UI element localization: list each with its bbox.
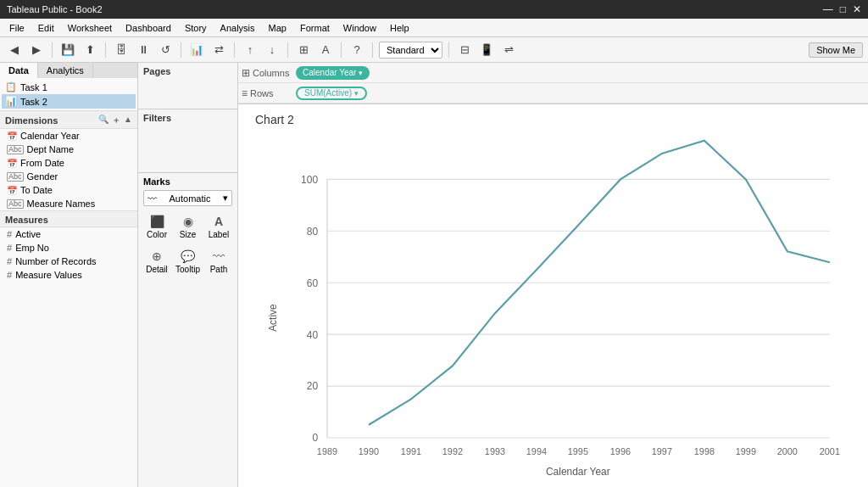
task-item-2[interactable]: 📊 Task 2 <box>2 94 136 109</box>
sep3 <box>181 42 181 58</box>
marks-label-btn[interactable]: A Label <box>205 211 232 243</box>
column-pill-calendaryear[interactable]: Calendar Year ▾ <box>296 66 370 80</box>
show-me-btn[interactable]: Show Me <box>809 42 863 58</box>
window-controls: — □ ✕ <box>823 3 861 15</box>
panel-tabs: Data Analytics <box>0 63 137 78</box>
tab-data[interactable]: Data <box>0 63 38 78</box>
marks-tooltip-btn[interactable]: 💬 Tooltip <box>174 246 202 277</box>
path-icon: 〰 <box>213 249 225 263</box>
rows-shelf: ≡ Rows SUM(Active) ▾ <box>238 83 868 104</box>
forward-btn[interactable]: ▶ <box>27 41 46 59</box>
menu-item-window[interactable]: Window <box>337 21 382 35</box>
app-title: Tableau Public - Book2 <box>7 4 103 14</box>
toolbar: ◀ ▶ 💾 ⬆ 🗄 ⏸ ↺ 📊 ⇄ ↑ ↓ ⊞ A ? Standard ⊟ 📱… <box>0 37 868 63</box>
tooltip-btn[interactable]: ? <box>348 41 366 59</box>
maximize-btn[interactable]: □ <box>840 3 846 15</box>
save-online-btn[interactable]: ⬆ <box>81 41 99 59</box>
middle-panel: Pages Filters Marks 〰 Automatic ▾ ⬛ Colo… <box>138 63 238 487</box>
back-btn[interactable]: ◀ <box>5 41 24 59</box>
filters-section: Filters <box>138 109 237 173</box>
svg-text:20: 20 <box>307 380 319 392</box>
task-list: 📋 Task 1 📊 Task 2 <box>0 78 137 110</box>
todate-icon: 📅 <box>7 186 17 195</box>
fit-btn[interactable]: ⊞ <box>294 41 313 59</box>
menu-item-format[interactable]: Format <box>294 21 336 35</box>
dim-to-date[interactable]: 📅 To Date <box>0 183 137 197</box>
label-icon: A <box>214 215 223 228</box>
menu-item-edit[interactable]: Edit <box>32 21 60 35</box>
svg-text:1995: 1995 <box>568 446 588 456</box>
dim-from-date[interactable]: 📅 From Date <box>0 156 137 170</box>
menu-item-worksheet[interactable]: Worksheet <box>62 21 118 35</box>
row-pill-sumactive[interactable]: SUM(Active) ▾ <box>296 87 367 100</box>
task1-label: Task 1 <box>20 82 47 92</box>
sort-asc-btn[interactable]: ↑ <box>241 41 259 59</box>
measure-empno[interactable]: # Emp No <box>0 241 137 255</box>
add-icon[interactable]: ＋ <box>112 115 120 126</box>
measure-measurevalues[interactable]: # Measure Values <box>0 268 137 282</box>
sep7 <box>372 42 373 58</box>
refresh-btn[interactable]: ↺ <box>156 41 175 59</box>
menu-item-file[interactable]: File <box>3 21 31 35</box>
sort-desc-btn[interactable]: ↓ <box>263 41 281 59</box>
filters-title: Filters <box>143 113 232 123</box>
marks-color-btn[interactable]: ⬛ Color <box>143 211 170 243</box>
marks-detail-btn[interactable]: ⊕ Detail <box>143 246 170 277</box>
task-item-1[interactable]: 📋 Task 1 <box>2 80 136 94</box>
sort-icon[interactable]: ▲ <box>124 115 132 126</box>
measure-active[interactable]: # Active <box>0 227 137 241</box>
filters-content <box>143 126 232 169</box>
measure-numrecords[interactable]: # Number of Records <box>0 255 137 268</box>
fixed-size-btn[interactable]: ⊟ <box>455 41 474 59</box>
menu-item-dashboard[interactable]: Dashboard <box>120 21 177 35</box>
dim-calendar-year[interactable]: 📅 Calendar Year <box>0 129 137 143</box>
measures-section-title: Measures <box>0 210 137 227</box>
add-ds-btn[interactable]: 🗄 <box>112 41 131 59</box>
dim-measure-names[interactable]: Abc Measure Names <box>0 197 137 210</box>
dim-gender[interactable]: Abc Gender <box>0 170 137 183</box>
marks-wave-icon: 〰 <box>147 193 157 204</box>
rows-lines-icon: ≡ <box>242 87 248 99</box>
svg-text:1997: 1997 <box>652 446 672 456</box>
share-btn[interactable]: ⇌ <box>499 41 518 59</box>
marks-type-dropdown[interactable]: 〰 Automatic ▾ <box>143 190 232 206</box>
svg-text:2001: 2001 <box>820 446 840 456</box>
minimize-btn[interactable]: — <box>823 3 833 15</box>
svg-text:Calendar Year: Calendar Year <box>546 466 610 478</box>
tab-analytics[interactable]: Analytics <box>38 63 93 78</box>
hash-icon-measurevalues: # <box>7 270 12 280</box>
svg-text:0: 0 <box>312 432 318 444</box>
new-ds-btn[interactable]: 📊 <box>187 41 206 59</box>
menu-bar: FileEditWorksheetDashboardStoryAnalysisM… <box>0 19 868 37</box>
label-btn[interactable]: A <box>316 41 335 59</box>
svg-text:Active: Active <box>267 304 279 332</box>
marks-path-btn[interactable]: 〰 Path <box>205 246 232 277</box>
menu-item-map[interactable]: Map <box>263 21 292 35</box>
menu-item-help[interactable]: Help <box>384 21 415 35</box>
save-btn[interactable]: 💾 <box>58 41 77 59</box>
marks-section: Marks 〰 Automatic ▾ ⬛ Color ◉ Size A Lab… <box>138 173 237 487</box>
abc-icon-deptname: Abc <box>7 145 24 154</box>
menu-item-story[interactable]: Story <box>179 21 213 35</box>
view-select[interactable]: Standard <box>379 42 442 59</box>
task2-icon: 📊 <box>5 96 17 107</box>
marks-size-btn[interactable]: ◉ Size <box>174 211 202 243</box>
close-btn[interactable]: ✕ <box>853 3 861 15</box>
task1-icon: 📋 <box>5 81 17 92</box>
marks-buttons: ⬛ Color ◉ Size A Label ⊕ Detail 💬 Too <box>143 211 232 277</box>
device-btn[interactable]: 📱 <box>477 41 496 59</box>
svg-text:1993: 1993 <box>485 446 505 456</box>
left-panel: Data Analytics 📋 Task 1 📊 Task 2 Dimen <box>0 63 138 487</box>
abc-icon-measurenames: Abc <box>7 199 24 209</box>
pause-btn[interactable]: ⏸ <box>134 41 153 59</box>
hash-icon-active: # <box>7 229 12 239</box>
sep2 <box>105 42 106 58</box>
search-icon[interactable]: 🔍 <box>98 115 108 126</box>
columns-shelf: ⊞ Columns Calendar Year ▾ <box>238 63 868 83</box>
dim-dept-name[interactable]: Abc Dept Name <box>0 143 137 156</box>
menu-item-analysis[interactable]: Analysis <box>214 21 261 35</box>
svg-text:1998: 1998 <box>694 446 715 456</box>
svg-text:1990: 1990 <box>359 446 379 456</box>
chart-title: Chart 2 <box>255 113 851 126</box>
swap-btn[interactable]: ⇄ <box>209 41 228 59</box>
